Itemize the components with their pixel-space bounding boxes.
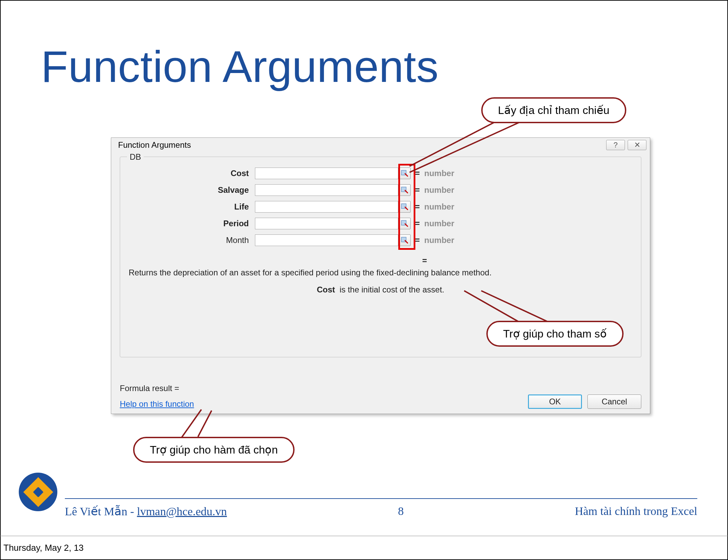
svg-line-10 — [198, 411, 212, 437]
slide-footer: Lê Viết Mẫn - lvman@hce.edu.vn 8 Hàm tài… — [65, 504, 697, 518]
svg-line-9 — [181, 410, 201, 439]
callout-connectors — [0, 0, 728, 560]
callout-param-help: Trợ giúp cho tham số — [486, 321, 624, 347]
svg-line-8 — [481, 291, 555, 325]
footer-rule — [65, 498, 697, 499]
svg-line-5 — [410, 117, 505, 166]
logo-icon — [19, 473, 57, 511]
footer-email: lvman@hce.edu.vn — [137, 505, 227, 518]
page-divider — [0, 536, 728, 536]
callout-function-help: Trợ giúp cho hàm đã chọn — [133, 437, 295, 463]
svg-line-6 — [410, 122, 520, 172]
footer-topic: Hàm tài chính trong Excel — [575, 505, 697, 518]
callout-reference: Lấy địa chỉ tham chiếu — [481, 97, 626, 123]
footer-author: Lê Viết Mẫn - lvman@hce.edu.vn — [65, 504, 227, 518]
footer-page: 8 — [398, 505, 404, 518]
export-timestamp: Thursday, May 2, 13 — [3, 543, 84, 553]
